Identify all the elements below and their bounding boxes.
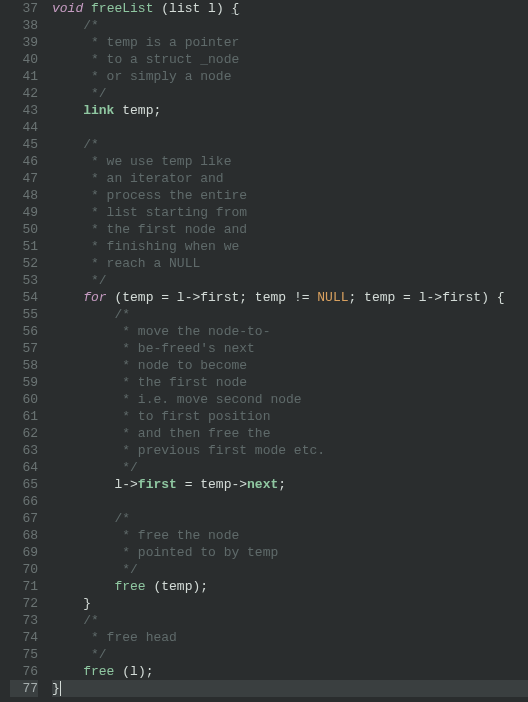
token-cm: /* <box>83 18 99 33</box>
token-cm: * finishing when we <box>83 239 239 254</box>
token-text <box>52 290 83 305</box>
token-cm: * list starting from <box>83 205 247 220</box>
code-line[interactable]: * i.e. move second node <box>52 391 528 408</box>
token-text <box>52 52 83 67</box>
token-accent: next <box>247 477 278 492</box>
token-text <box>52 35 83 50</box>
token-paren: ) <box>138 664 146 679</box>
line-number: 64 <box>10 459 38 476</box>
line-number: 41 <box>10 68 38 85</box>
code-line[interactable]: * previous first mode etc. <box>52 442 528 459</box>
line-number: 46 <box>10 153 38 170</box>
code-line[interactable]: * to a struct _node <box>52 51 528 68</box>
token-text <box>52 205 83 220</box>
code-line[interactable]: */ <box>52 646 528 663</box>
token-cm: * reach a NULL <box>83 256 200 271</box>
code-line[interactable]: * an iterator and <box>52 170 528 187</box>
token-text <box>52 307 114 322</box>
token-text <box>52 647 83 662</box>
code-line[interactable]: */ <box>52 459 528 476</box>
code-line[interactable]: * and then free the <box>52 425 528 442</box>
code-line[interactable]: l->first = temp->next; <box>52 476 528 493</box>
code-line[interactable]: */ <box>52 272 528 289</box>
token-brace: { <box>232 1 240 16</box>
code-line[interactable]: * free head <box>52 629 528 646</box>
token-cm: * process the entire <box>83 188 247 203</box>
line-number: 54 <box>10 289 38 306</box>
token-cm: * to a struct _node <box>83 52 239 67</box>
code-line[interactable]: * be-freed's next <box>52 340 528 357</box>
code-line[interactable]: free (l); <box>52 663 528 680</box>
code-editor[interactable]: 3738394041424344454647484950515253545556… <box>0 0 528 702</box>
token-text <box>52 528 114 543</box>
code-line[interactable]: * process the entire <box>52 187 528 204</box>
code-area[interactable]: void freeList (list l) { /* * temp is a … <box>46 0 528 702</box>
code-line[interactable]: free (temp); <box>52 578 528 595</box>
token-fn: freeList <box>91 1 153 16</box>
code-line[interactable]: link temp; <box>52 102 528 119</box>
line-number: 39 <box>10 34 38 51</box>
code-line[interactable]: } <box>52 680 528 697</box>
code-line[interactable]: /* <box>52 136 528 153</box>
token-text <box>52 137 83 152</box>
token-cm: */ <box>83 86 106 101</box>
code-line[interactable]: /* <box>52 510 528 527</box>
line-number: 56 <box>10 323 38 340</box>
token-paren: ( <box>122 664 130 679</box>
line-number: 57 <box>10 340 38 357</box>
token-cm: * the first node <box>114 375 247 390</box>
code-line[interactable]: * node to become <box>52 357 528 374</box>
token-text: temp <box>161 579 192 594</box>
code-line[interactable]: * move the node-to- <box>52 323 528 340</box>
token-text <box>52 460 114 475</box>
token-text <box>52 69 83 84</box>
code-line[interactable] <box>52 493 528 510</box>
code-line[interactable]: */ <box>52 561 528 578</box>
token-text: ; <box>278 477 286 492</box>
token-brace: } <box>83 596 91 611</box>
line-number: 45 <box>10 136 38 153</box>
line-number: 51 <box>10 238 38 255</box>
code-line[interactable]: */ <box>52 85 528 102</box>
code-line[interactable]: /* <box>52 612 528 629</box>
code-line[interactable]: for (temp = l->first; temp != NULL; temp… <box>52 289 528 306</box>
token-text <box>52 256 83 271</box>
line-number: 49 <box>10 204 38 221</box>
code-line[interactable]: * finishing when we <box>52 238 528 255</box>
code-line[interactable]: * we use temp like <box>52 153 528 170</box>
code-line[interactable]: * temp is a pointer <box>52 34 528 51</box>
token-text <box>52 222 83 237</box>
line-number: 61 <box>10 408 38 425</box>
code-line[interactable] <box>52 119 528 136</box>
code-line[interactable]: /* <box>52 306 528 323</box>
token-accent: first <box>138 477 177 492</box>
token-cm: * pointed to by temp <box>114 545 278 560</box>
line-number: 74 <box>10 629 38 646</box>
text-cursor <box>60 681 61 696</box>
token-text <box>52 375 114 390</box>
code-line[interactable]: * the first node <box>52 374 528 391</box>
token-text <box>52 103 83 118</box>
token-kw: for <box>83 290 106 305</box>
code-line[interactable]: * reach a NULL <box>52 255 528 272</box>
line-number: 42 <box>10 85 38 102</box>
code-line[interactable]: * to first position <box>52 408 528 425</box>
line-number: 68 <box>10 527 38 544</box>
token-paren: ) <box>216 1 224 16</box>
token-text: temp = l->first; temp != <box>122 290 317 305</box>
line-number: 73 <box>10 612 38 629</box>
code-line[interactable]: } <box>52 595 528 612</box>
code-line[interactable]: * free the node <box>52 527 528 544</box>
code-line[interactable]: * list starting from <box>52 204 528 221</box>
line-number: 44 <box>10 119 38 136</box>
code-line[interactable]: void freeList (list l) { <box>52 0 528 17</box>
token-cm: */ <box>114 562 137 577</box>
code-line[interactable]: * pointed to by temp <box>52 544 528 561</box>
token-text <box>52 613 83 628</box>
code-line[interactable]: * or simply a node <box>52 68 528 85</box>
token-cm: */ <box>114 460 137 475</box>
line-number: 62 <box>10 425 38 442</box>
code-line[interactable]: /* <box>52 17 528 34</box>
code-line[interactable]: * the first node and <box>52 221 528 238</box>
token-cm: * free head <box>83 630 177 645</box>
